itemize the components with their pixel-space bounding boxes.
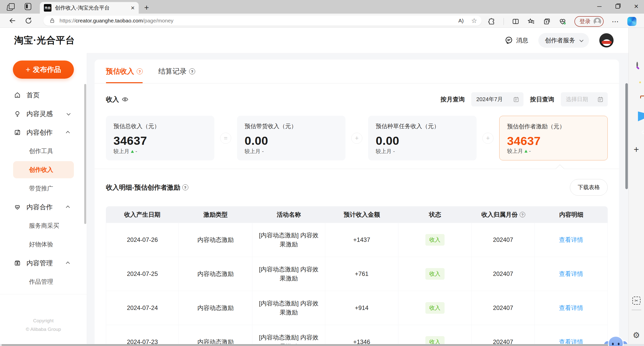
edit-note-icon — [14, 129, 21, 136]
horizontal-scrollbar-thumb[interactable] — [2, 344, 622, 346]
tab-actions-icon[interactable] — [7, 3, 14, 10]
detail-section-title: 收入明细-预估创作者激励 ? — [106, 183, 188, 192]
day-picker-input[interactable] — [566, 96, 594, 103]
cell-status: 收入 — [398, 223, 472, 257]
stat-card-creator-incentive[interactable]: 预估创作者激励（元） 34637 较上月 - — [499, 116, 608, 160]
address-bar[interactable]: https://creator.guanghe.taobao.com/page/… — [43, 16, 482, 26]
favorite-star-icon[interactable]: ☆ — [471, 17, 477, 25]
lock-icon — [49, 18, 55, 23]
question-icon[interactable]: ? — [520, 212, 525, 217]
trend-up-icon — [131, 150, 134, 153]
sidebar-item-content-management[interactable]: 内容管理 — [0, 257, 87, 269]
sidebar-item-creation[interactable]: 内容创作 — [0, 126, 87, 139]
favorites-icon[interactable] — [528, 18, 535, 25]
cell-income-month: 202407 — [472, 325, 535, 346]
sidebar-item-label: 服务商采买 — [29, 222, 59, 230]
stat-value: 0.00 — [245, 134, 338, 148]
tab-estimated-income[interactable]: 预估收入 ? — [106, 60, 143, 83]
split-screen-icon[interactable] — [512, 18, 519, 25]
sidebar-item-label: 创作工具 — [29, 147, 53, 155]
collections-icon[interactable] — [543, 18, 551, 25]
question-icon[interactable]: ? — [182, 184, 188, 190]
month-query-label: 按月查询 — [441, 95, 465, 103]
cell-income-date: 2024-07-24 — [106, 291, 179, 325]
more-menu-icon[interactable]: ⋯ — [612, 17, 619, 26]
add-sidebar-item-icon[interactable]: + — [634, 144, 639, 155]
new-tab-button[interactable]: + — [144, 3, 149, 12]
stat-value: 34637 — [113, 134, 207, 148]
minimize-button[interactable]: ─ — [597, 3, 601, 10]
table-row: 2024-07-25内容动态激励[内容动态激励] 内容效果激励+761收入202… — [106, 257, 607, 291]
browser-essentials-icon[interactable] — [559, 18, 566, 25]
creator-service-menu[interactable]: 创作者服务 — [538, 33, 589, 48]
lightbulb-icon — [14, 110, 21, 117]
eye-icon[interactable] — [122, 96, 129, 103]
publish-work-button[interactable]: + 发布作品 — [13, 61, 74, 79]
restore-button[interactable] — [616, 4, 620, 9]
settings-gear-icon[interactable]: ⚙ — [633, 330, 640, 340]
question-icon[interactable]: ? — [137, 68, 143, 74]
income-detail-table: 收入产生日期 激励类型 活动名称 预计收入金额 状态 收入归属月份? 内容明细 … — [106, 206, 608, 346]
window-close-button[interactable]: × — [634, 2, 638, 11]
month-picker[interactable]: 2024年7月 — [471, 92, 523, 106]
archive-user-icon — [14, 260, 21, 267]
sidebar-item-label: 带货推广 — [29, 184, 53, 192]
table-header-cell: 收入产生日期 — [106, 206, 179, 223]
download-table-button[interactable]: 下载表格 — [570, 179, 608, 196]
back-icon[interactable] — [9, 17, 16, 24]
copilot-icon[interactable] — [627, 17, 636, 26]
stat-label: 预估带货收入（元） — [245, 122, 338, 130]
sidebar-item-inspiration[interactable]: 内容灵感 — [0, 107, 87, 120]
creator-service-label: 创作者服务 — [545, 36, 575, 44]
login-label: 登录 — [579, 18, 591, 25]
sidebar-item-promotion[interactable]: 带货推广 — [13, 182, 74, 195]
workspaces-icon[interactable] — [25, 3, 31, 10]
extensions-icon[interactable] — [488, 18, 495, 25]
messages-label: 消息 — [516, 36, 528, 44]
tab-close-icon[interactable]: × — [131, 5, 135, 11]
read-aloud-icon[interactable]: A) — [458, 18, 464, 24]
table-row: 2024-07-23内容动态激励[内容动态激励] 内容效果激励+1346收入20… — [106, 325, 607, 346]
horizontal-scrollbar[interactable] — [0, 344, 644, 346]
page-scrollbar-thumb[interactable] — [625, 83, 628, 189]
sidebar-item-creation-tools[interactable]: 创作工具 — [13, 145, 74, 157]
sidebar-scrollbar[interactable] — [84, 84, 86, 224]
sidebar-item-creation-income[interactable]: 创作收入 — [13, 161, 74, 178]
login-button[interactable]: 登录 — [574, 16, 604, 27]
stat-value: 0.00 — [376, 134, 469, 148]
view-details-link[interactable]: 查看详情 — [559, 270, 583, 278]
table-row: 2024-07-24内容动态激励[内容动态激励] 内容效果激励+914收入202… — [106, 291, 607, 325]
refresh-icon[interactable] — [25, 17, 32, 24]
cell-income-date: 2024-07-25 — [106, 257, 179, 291]
send-icon[interactable] — [638, 111, 644, 121]
site-logo[interactable]: 淘宝·光合平台 — [14, 34, 75, 47]
tab-settlement-records[interactable]: 结算记录 ? — [158, 60, 195, 83]
messages-button[interactable]: 消息 — [505, 36, 528, 45]
question-icon[interactable]: ? — [189, 68, 195, 74]
sidebar-item-cooperation[interactable]: 内容合作 — [0, 201, 87, 213]
view-details-link[interactable]: 查看详情 — [559, 236, 583, 244]
day-picker[interactable] — [561, 92, 608, 106]
user-avatar[interactable] — [599, 33, 614, 48]
browser-toolbar: https://creator.guanghe.taobao.com/page/… — [0, 14, 644, 28]
sidebar-item-home[interactable]: 首页 — [0, 89, 87, 101]
view-details-link[interactable]: 查看详情 — [559, 304, 583, 312]
cell-estimated-amount: +761 — [325, 257, 398, 291]
sidebar-item-product-trial[interactable]: 好物体验 — [13, 238, 74, 251]
browser-tab[interactable]: 光合 创作收入-淘宝光合平台 × — [40, 2, 139, 14]
sidebar-item-service-purchase[interactable]: 服务商采买 — [13, 219, 74, 232]
income-card: 预估收入 ? 结算记录 ? 收入 — [95, 60, 619, 346]
screenshot-icon[interactable]: ✂ — [632, 297, 640, 305]
page-scrollbar[interactable] — [625, 53, 628, 346]
selected-card-notch — [556, 164, 564, 173]
home-icon — [14, 92, 21, 99]
cell-status: 收入 — [398, 257, 472, 291]
income-tabs: 预估收入 ? 结算记录 ? — [95, 60, 619, 83]
table-row: 2024-07-26内容动态激励[内容动态激励] 内容效果激励+1437收入20… — [106, 223, 607, 257]
stat-card-task-income: 预估种草任务收入（元） 0.00 较上月 - — [368, 116, 477, 160]
search-icon[interactable] — [636, 62, 638, 68]
toolbar-divider — [504, 18, 504, 25]
web-page: 淘宝·光合平台 消息 创作者服务 + 发布 — [0, 28, 644, 346]
sidebar-item-works-management[interactable]: 作品管理 — [13, 275, 74, 288]
cell-content-detail: 查看详情 — [535, 223, 607, 257]
